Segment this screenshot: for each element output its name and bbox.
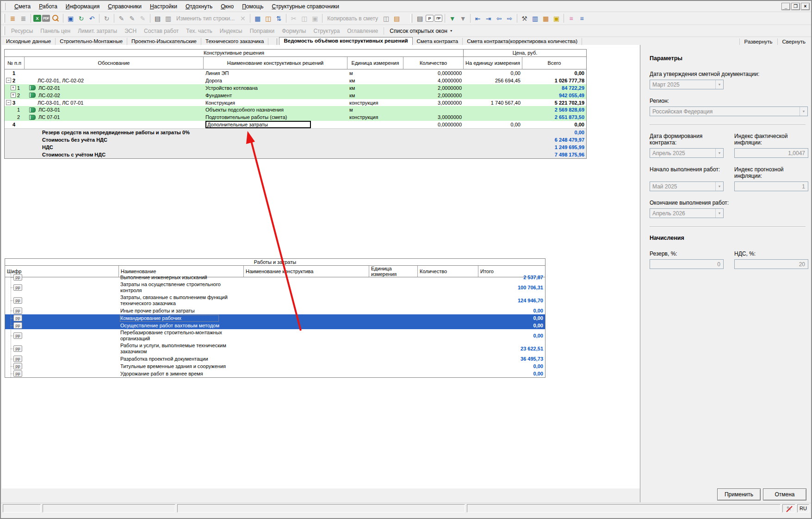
tab-source-data[interactable]: Исходные данные	[2, 38, 56, 45]
work-row[interactable]: рр Перебазирование строительно-монтажных…	[5, 329, 545, 342]
print-icon[interactable]: ▤	[153, 13, 162, 23]
actual-inflation-field[interactable]: 1,0047	[734, 148, 808, 158]
work-code-badge[interactable]: рр	[13, 356, 22, 362]
forecast-inflation-field[interactable]: 1	[734, 181, 808, 191]
work-row[interactable]: рр Выполнение инженерных изысканий 2 537…	[5, 274, 545, 281]
layers-blue-icon[interactable]: ≡	[577, 13, 587, 23]
region-select[interactable]: Российская Федерация	[650, 106, 808, 116]
update-document-icon[interactable]: ↻	[102, 13, 112, 23]
work-code-badge[interactable]: рр	[13, 345, 22, 352]
work-row[interactable]: рр Затраты, связанные с выполнением функ…	[5, 294, 545, 307]
tab-contract-estimate[interactable]: Смета контракта	[413, 38, 463, 45]
reserve-field[interactable]: 0	[650, 259, 724, 269]
cut-icon[interactable]: ✂	[289, 13, 298, 23]
minimize-button[interactable]: _	[781, 3, 790, 10]
resources-book-icon[interactable]: ▤	[415, 13, 425, 23]
filter-clear-icon[interactable]: ▼	[458, 13, 468, 23]
work-code-badge[interactable]: рр	[13, 284, 22, 291]
machines-icon[interactable]: ▣	[552, 13, 561, 23]
indexes-button[interactable]: Индексы	[216, 26, 246, 36]
structure-button[interactable]: Структура	[310, 26, 343, 36]
apply-button[interactable]: Применить	[717, 488, 761, 500]
work-code-badge[interactable]: рр	[13, 307, 22, 314]
add-subsection-icon[interactable]: ≣	[19, 13, 28, 23]
export-excel-icon[interactable]: X	[33, 15, 41, 22]
menu-item[interactable]: Справочники	[104, 1, 146, 12]
tab-technical-customer[interactable]: Технического заказчика	[201, 38, 268, 45]
price-panel-button[interactable]: Панель цен	[37, 26, 74, 36]
menu-item[interactable]: Настройки	[146, 1, 181, 12]
work-composition-button[interactable]: Состав работ	[140, 26, 182, 36]
tab-construction[interactable]: Строительно-Монтажные	[56, 38, 127, 45]
table-row[interactable]: 1 ЛС-03-01 Объекты подсобного назначения…	[5, 106, 586, 113]
keyboard-language-indicator[interactable]: RU	[797, 504, 809, 513]
solution-name-editor[interactable]: Объекты подсобного назначения	[205, 107, 284, 113]
add-section-icon[interactable]: ≣	[8, 13, 18, 23]
work-code-badge[interactable]: рр	[13, 363, 22, 369]
menu-item[interactable]: Окно	[217, 1, 238, 12]
work-row[interactable]: рр Осуществление работ вахтовым методом …	[5, 322, 545, 329]
menu-item[interactable]: Отдохнуть	[181, 1, 217, 12]
move-level-down-icon[interactable]: ⇥	[483, 13, 493, 23]
work-row[interactable]: рр Разработка проектной документации 36 …	[5, 355, 545, 363]
restore-button[interactable]: ❐	[791, 3, 800, 10]
collapse-all-button[interactable]: Свернуть	[777, 38, 810, 45]
tab-group-separator[interactable]	[268, 38, 277, 45]
insert-note-icon[interactable]: ✎	[138, 13, 148, 23]
cancel-button[interactable]: Отмена	[763, 488, 806, 500]
work-code-badge[interactable]: рр	[13, 274, 22, 281]
refresh-icon[interactable]: ↻	[76, 13, 86, 23]
work-start-select[interactable]: Май 2025	[650, 181, 724, 191]
edit-document-icon[interactable]: ◫	[263, 13, 273, 23]
esn-button[interactable]: ЭСН	[121, 26, 140, 36]
work-code-badge[interactable]: рр	[13, 332, 22, 339]
open-windows-dropdown[interactable]: Список открытых окон ▼	[386, 26, 456, 36]
solution-name-editor[interactable]: Подготовительные работы (смета)	[205, 114, 287, 120]
move-level-up-icon[interactable]: ⇤	[473, 13, 483, 23]
tab-volume-statement[interactable]: Ведомость объёмов конструктивных решений	[279, 37, 412, 45]
sort-rows-icon[interactable]: ⇅	[274, 13, 284, 23]
solution-name-editor[interactable]: Дорога	[205, 78, 222, 83]
export-pdf-icon[interactable]: PDF	[42, 15, 50, 22]
contract-date-select[interactable]: Апрель 2025	[650, 148, 724, 158]
work-row[interactable]: рр Титульные временные здания и сооружен…	[5, 363, 545, 370]
menu-item[interactable]: Работа	[35, 1, 62, 12]
tab-contract-estimate-adjust[interactable]: Смета контракта(корректировка количества…	[463, 38, 582, 45]
shift-right-icon[interactable]: ⇨	[505, 13, 514, 23]
stamp-icon[interactable]: ▥	[163, 13, 173, 23]
work-row[interactable]: рр Иные прочие работы и затраты 0,00	[5, 307, 545, 314]
save-icon[interactable]: ▣	[66, 13, 75, 23]
work-code-badge[interactable]: рр	[13, 370, 22, 377]
expander-icon[interactable]: −	[6, 78, 11, 83]
limit-costs-button[interactable]: Лимит. затраты	[74, 26, 121, 36]
table-row[interactable]: 4 Дополнительные затраты 0,0000000 0,00 …	[5, 121, 586, 128]
insert-position-alt-icon[interactable]: ✎	[127, 13, 137, 23]
filter-add-icon[interactable]: ▼	[447, 13, 457, 23]
layers-pink-icon[interactable]: ≡	[566, 13, 576, 23]
shift-left-icon[interactable]: ⇦	[494, 13, 504, 23]
insert-position-icon[interactable]: ✎	[117, 13, 126, 23]
expander-icon[interactable]: +	[11, 93, 16, 98]
approval-date-select[interactable]: Март 2025	[650, 80, 724, 89]
search-icon[interactable]	[51, 13, 61, 23]
work-row[interactable]: рр Затраты на осуществление строительног…	[5, 281, 545, 294]
table-row[interactable]: − 3 ЛС-03-01, ЛС 07-01 Конструкция конст…	[5, 99, 586, 106]
toolbar-grip[interactable]	[4, 3, 6, 10]
work-code-badge[interactable]: рр	[13, 322, 22, 329]
copy-icon[interactable]: ◫	[299, 13, 309, 23]
work-code-badge[interactable]: рр	[13, 297, 22, 304]
paste-clipboard-icon[interactable]: ▤	[392, 13, 402, 23]
delete-row-icon[interactable]: ✕	[238, 13, 248, 23]
work-code-badge[interactable]: рр	[13, 315, 22, 321]
copy-document-icon[interactable]: ◫	[381, 13, 391, 23]
expander-icon[interactable]: −	[6, 100, 11, 105]
tech-part-button[interactable]: Тех. часть	[182, 26, 216, 36]
menu-item[interactable]: Смета	[10, 1, 35, 12]
table-of-contents-button[interactable]: Оглавление	[343, 26, 382, 36]
price-pr-icon[interactable]: ПР	[434, 15, 442, 22]
solution-name-editor[interactable]: Дополнительные затраты	[205, 121, 311, 128]
table-row[interactable]: + 1 ЛС-02-01 Устройство котлована км 2,0…	[5, 84, 586, 92]
truck-icon[interactable]: ▥	[530, 13, 540, 23]
price-r-icon[interactable]: Р	[426, 15, 434, 22]
work-end-select[interactable]: Апрель 2026	[650, 208, 724, 218]
